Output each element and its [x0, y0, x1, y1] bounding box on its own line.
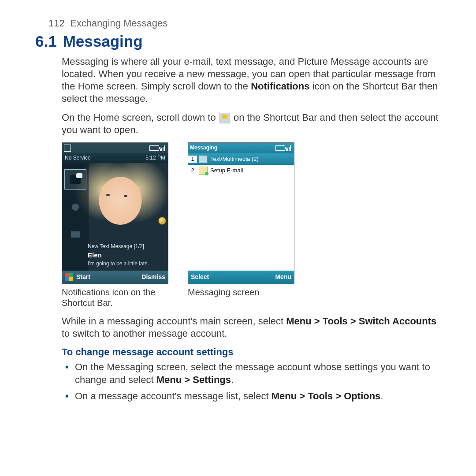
softkey-dismiss[interactable]: Dismiss	[121, 273, 165, 281]
notification-preview: New Text Message [1/2] Elen I'm going to…	[88, 243, 166, 267]
battery-icon	[275, 145, 285, 151]
phone1-titlebar	[62, 143, 168, 153]
shortcut-slot[interactable]	[65, 197, 86, 217]
device-icon	[64, 145, 71, 152]
softkey-menu[interactable]: Menu	[241, 273, 291, 281]
list-item[interactable]: 1 Text/Multimedia (2)	[188, 153, 294, 165]
notification-body: I'm going to be a little late.	[88, 260, 166, 267]
row-label: Text/Multimedia (2)	[209, 156, 294, 163]
page-number: 112	[48, 18, 65, 29]
bullet-item: On the Messaging screen, select the mess…	[75, 361, 441, 386]
list-item[interactable]: 2 Setup E-mail	[188, 165, 294, 176]
bullet-item: On a message account's message list, sel…	[75, 390, 441, 403]
phone1-statusbar: No Service 5:12 PM	[62, 153, 168, 163]
subheading: To change message account settings	[62, 346, 441, 358]
paragraph-2: On the Home screen, scroll down to on th…	[62, 112, 441, 136]
scroll-indicator-icon	[158, 217, 166, 225]
softkey-select[interactable]: Select	[191, 273, 241, 281]
notification-sender: Elen	[88, 251, 166, 259]
softkey-start[interactable]: Start	[76, 273, 121, 281]
signal-icon	[160, 145, 166, 151]
settings-bullets: On the Messaging screen, select the mess…	[62, 361, 441, 402]
phone2-titlebar: Messaging	[188, 143, 294, 153]
row-label: Setup E-mail	[209, 167, 294, 175]
figure2-caption: Messaging screen	[188, 287, 298, 298]
figure-messaging-screen: Messaging 1 Text/Multimedia (2)	[188, 142, 298, 308]
figure1-caption: Notifications icon on the Shortcut Bar.	[62, 287, 172, 308]
clock: 5:12 PM	[145, 155, 165, 161]
shortcut-slot[interactable]	[65, 225, 86, 244]
page-header: 112 Exchanging Messages	[48, 18, 441, 29]
email-setup-icon	[199, 167, 208, 175]
messaging-shortcut-icon	[219, 113, 230, 123]
section-number: 6.1	[35, 33, 57, 50]
windows-icon[interactable]	[65, 273, 73, 281]
phone1-softkeys: Start Dismiss	[62, 271, 168, 284]
phone2-softkeys: Select Menu	[188, 271, 294, 284]
service-status: No Service	[65, 155, 91, 161]
screen-title: Messaging	[190, 145, 217, 151]
shortcut-bar	[62, 163, 89, 271]
section-title: Messaging	[63, 33, 143, 50]
row-index: 2	[188, 167, 197, 175]
paragraph-1: Messaging is where all your e-mail, text…	[62, 56, 441, 105]
chapter-name: Exchanging Messages	[70, 18, 167, 29]
paragraph-3: While in a messaging account's main scre…	[62, 315, 441, 340]
signal-icon	[286, 145, 292, 151]
figure-home-screen: No Service 5:12 PM New Text Message [1/2…	[62, 142, 172, 308]
phone1-body: New Text Message [1/2] Elen I'm going to…	[62, 163, 168, 271]
notification-title: New Text Message [1/2]	[88, 243, 166, 250]
battery-icon	[149, 145, 159, 151]
notifications-icon[interactable]	[64, 169, 86, 190]
row-index: 1	[188, 156, 197, 163]
section-heading: 6.1Messaging	[35, 33, 441, 50]
messaging-list: 1 Text/Multimedia (2) 2 Setup E-mail	[188, 153, 294, 271]
text-message-icon	[199, 155, 208, 163]
